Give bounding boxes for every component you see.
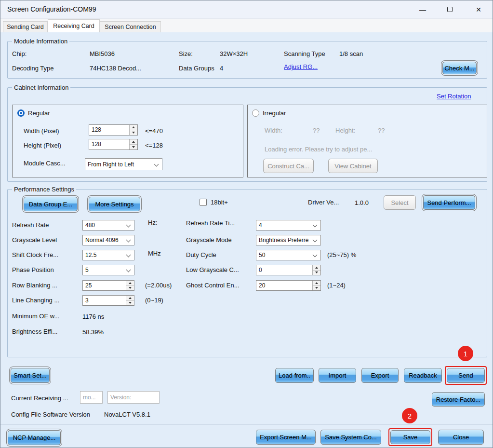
adjust-rg-link[interactable]: Adjust RG...: [284, 63, 318, 71]
close-button[interactable]: Close: [438, 430, 484, 445]
spin-down-icon[interactable]: [313, 271, 320, 275]
close-window-button[interactable]: ✕: [467, 0, 490, 18]
step-2-badge: 2: [402, 408, 417, 423]
phase-position-label: Phase Position: [12, 266, 54, 274]
refresh-rate-unit: Hz:: [148, 219, 158, 227]
more-settings-button[interactable]: More Settings: [89, 197, 140, 211]
shift-clock-select[interactable]: 12.5: [82, 250, 134, 260]
maximize-button[interactable]: [439, 0, 461, 18]
ncp-manage-button[interactable]: NCP Manage...: [8, 430, 61, 445]
select-button[interactable]: Select: [384, 195, 416, 210]
title-bar: Screen Configuration-COM99 — ✕: [0, 0, 493, 19]
low-grayscale-value: 0: [256, 265, 312, 275]
tab-sending-card[interactable]: Sending Card: [3, 21, 48, 32]
export-screen-monitoring-button[interactable]: Export Screen M...: [256, 430, 316, 445]
spin-down-icon[interactable]: [126, 301, 134, 306]
irregular-radio[interactable]: [252, 109, 259, 117]
duty-cycle-select[interactable]: 50: [256, 250, 321, 260]
send-performance-button[interactable]: Send Perform...: [423, 195, 475, 210]
send-button[interactable]: Send: [447, 368, 485, 383]
minimize-button[interactable]: —: [412, 0, 434, 18]
width-pixel-label: Width (Pixel): [24, 127, 59, 135]
chevron-down-icon: [313, 253, 318, 258]
grayscale-mode-select[interactable]: Brightness Preferre: [256, 235, 321, 245]
line-changing-value: 3: [83, 296, 126, 305]
ghost-control-label: Ghost Control En...: [186, 282, 240, 289]
spinner-buttons[interactable]: [126, 281, 134, 290]
spin-down-icon[interactable]: [130, 145, 137, 149]
spinner-buttons[interactable]: [312, 265, 320, 275]
group-legend: Performance Settings: [12, 186, 76, 193]
chevron-down-icon: [313, 223, 318, 228]
spinner-buttons[interactable]: [126, 296, 134, 305]
driver-version-label: Driver Ve...: [308, 199, 339, 206]
current-receiving-label: Current Receiving ...: [11, 394, 68, 402]
save-system-config-button[interactable]: Save System Co...: [320, 430, 381, 445]
spin-up-icon[interactable]: [130, 125, 137, 130]
export-button[interactable]: Export: [361, 368, 399, 383]
spinner-buttons[interactable]: [129, 139, 137, 149]
grayscale-level-select[interactable]: Normal 4096: [82, 235, 134, 245]
view-cabinet-button[interactable]: View Cabinet: [328, 159, 378, 173]
chevron-down-icon: [126, 238, 131, 243]
send-highlight-box: Send: [445, 366, 487, 385]
screen-configuration-window: Screen Configuration-COM99 — ✕ Sending C…: [0, 0, 493, 448]
low-grayscale-stepper[interactable]: 0: [256, 265, 321, 275]
scanning-type-label: Scanning Type: [284, 50, 325, 58]
check-module-button[interactable]: Check M...: [442, 62, 477, 74]
tab-screen-connection[interactable]: Screen Connection: [100, 21, 161, 32]
line-changing-label: Line Changing ...: [12, 297, 59, 304]
18bit-checkbox[interactable]: [200, 199, 207, 206]
regular-radio[interactable]: [17, 109, 25, 117]
load-from-file-button[interactable]: Load from..: [275, 368, 314, 383]
close-icon: ✕: [476, 6, 481, 14]
shift-clock-label: Shift Clock Fre...: [12, 251, 58, 259]
spin-up-icon[interactable]: [313, 281, 320, 286]
receiving-model-field[interactable]: mo...: [80, 391, 103, 404]
restore-factory-button[interactable]: Restore Facto...: [432, 392, 485, 407]
tab-receiving-card[interactable]: Receiving Card: [48, 19, 100, 32]
construct-cabinet-button[interactable]: Construct Ca...: [263, 159, 314, 173]
phase-position-select[interactable]: 5: [82, 265, 134, 275]
spinner-buttons[interactable]: [312, 281, 320, 290]
height-pixel-stepper[interactable]: 128: [89, 139, 138, 150]
module-information-group: Module Information: [7, 41, 487, 79]
scanning-type-value: 1/8 scan: [339, 50, 363, 58]
refresh-rate-select[interactable]: 480: [82, 220, 134, 231]
module-cascade-label: Module Casc...: [24, 160, 66, 167]
config-file-version-value: NovaLCT V5.8.1: [104, 411, 150, 419]
set-rotation-link[interactable]: Set Rotation: [437, 93, 471, 100]
decoding-type-label: Decoding Type: [12, 65, 54, 72]
spin-down-icon[interactable]: [130, 130, 137, 135]
width-pixel-stepper[interactable]: 128: [89, 124, 138, 136]
row-blanking-hint: (=2.00us): [145, 282, 172, 289]
receiving-version-field[interactable]: Version:: [107, 391, 160, 404]
config-file-version-label: Config File Software Version: [11, 411, 90, 419]
readback-button[interactable]: Readback: [404, 368, 442, 383]
refresh-rate-label: Refresh Rate: [12, 221, 49, 229]
brightness-efficiency-label: Brightness Effi...: [12, 328, 57, 336]
spin-down-icon[interactable]: [313, 286, 320, 291]
data-group-exchange-button[interactable]: Data Group E...: [24, 197, 78, 211]
spin-up-icon[interactable]: [126, 281, 134, 286]
refresh-times-select[interactable]: 4: [256, 220, 321, 231]
line-changing-stepper[interactable]: 3: [82, 295, 134, 306]
module-cascade-select[interactable]: From Right to Left: [85, 158, 162, 170]
spin-up-icon[interactable]: [126, 296, 134, 301]
spinner-buttons[interactable]: [129, 125, 137, 135]
tab-strip: Sending Card Receiving Card Screen Conne…: [0, 19, 493, 32]
row-blanking-stepper[interactable]: 25: [82, 280, 134, 291]
irregular-radio-label: Irregular: [263, 109, 286, 117]
spin-up-icon[interactable]: [313, 265, 320, 271]
spin-down-icon[interactable]: [126, 286, 134, 291]
size-value: 32W×32H: [220, 50, 248, 58]
brightness-efficiency-value: 58.39%: [82, 328, 104, 336]
ghost-control-stepper[interactable]: 20: [256, 280, 321, 291]
irregular-width-label: Width:: [265, 127, 282, 135]
save-button[interactable]: Save: [390, 430, 430, 444]
width-pixel-value: 128: [89, 125, 129, 135]
spin-up-icon[interactable]: [130, 139, 137, 145]
import-button[interactable]: Import: [319, 368, 356, 383]
smart-settings-button[interactable]: Smart Set...: [11, 368, 50, 383]
tab-label: Screen Connection: [105, 24, 156, 30]
